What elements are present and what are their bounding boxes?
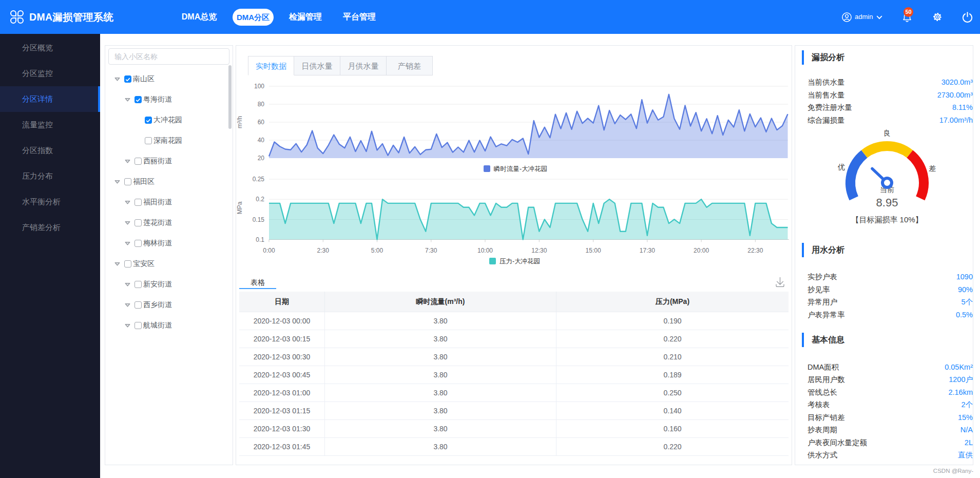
svg-text:瞵时流量-大冲花园: 瞵时流量-大冲花园 (494, 165, 547, 173)
svg-text:0.2: 0.2 (256, 196, 264, 203)
svg-text:15:00: 15:00 (586, 247, 601, 254)
svg-text:20: 20 (258, 155, 265, 162)
svg-text:良: 良 (883, 129, 891, 137)
svg-text:0:00: 0:00 (263, 247, 275, 254)
svg-text:差: 差 (929, 164, 936, 173)
svg-text:8.95: 8.95 (876, 196, 898, 209)
svg-text:80: 80 (258, 101, 265, 108)
svg-text:17:30: 17:30 (640, 247, 655, 254)
svg-text:10:00: 10:00 (477, 247, 493, 254)
svg-text:0.15: 0.15 (253, 216, 265, 223)
svg-text:0.25: 0.25 (253, 176, 265, 183)
svg-text:100: 100 (254, 83, 264, 90)
svg-text:60: 60 (258, 119, 265, 126)
svg-text:m³/h: m³/h (236, 116, 243, 128)
svg-text:40: 40 (258, 137, 265, 144)
svg-text:0.1: 0.1 (256, 236, 264, 243)
svg-text:20:00: 20:00 (694, 247, 709, 254)
svg-text:22:30: 22:30 (747, 247, 763, 254)
svg-text:7:30: 7:30 (425, 247, 437, 254)
svg-text:12:30: 12:30 (531, 247, 547, 254)
svg-text:2:30: 2:30 (317, 247, 330, 254)
svg-text:【目标漏损率 10%】: 【目标漏损率 10%】 (851, 215, 923, 224)
svg-text:5:00: 5:00 (371, 247, 383, 254)
svg-text:MPa: MPa (236, 201, 243, 214)
svg-text:优: 优 (837, 163, 845, 171)
svg-text:压力-大冲花园: 压力-大冲花园 (499, 258, 540, 265)
